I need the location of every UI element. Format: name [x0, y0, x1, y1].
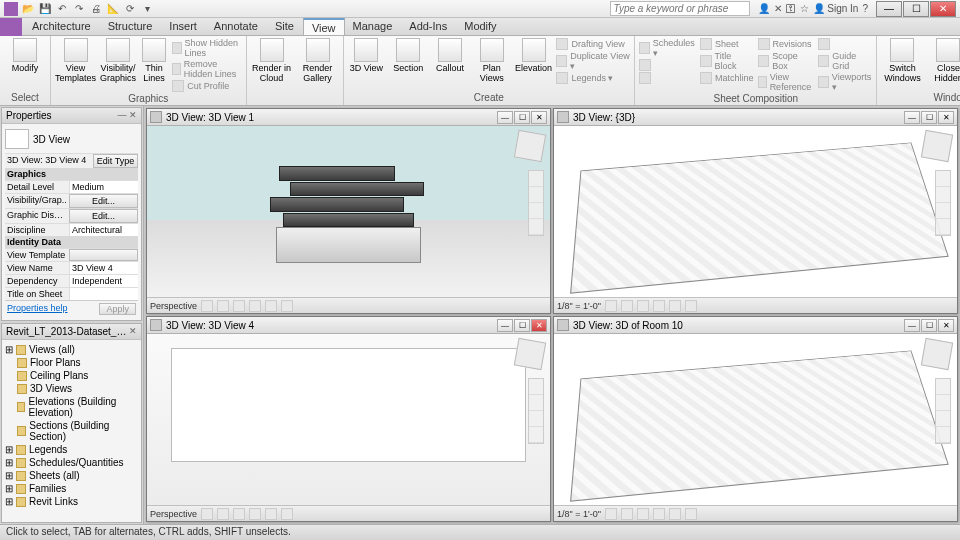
elevation[interactable]: Elevation [515, 38, 553, 73]
hide-icon[interactable] [685, 508, 697, 520]
property-value[interactable]: Architectural [69, 224, 138, 236]
tab-site[interactable]: Site [267, 18, 303, 35]
tree-item[interactable]: ⊞ Revit Links [5, 495, 138, 508]
property-value[interactable]: Medium [69, 181, 138, 193]
property-value[interactable]: Edit... [69, 209, 138, 223]
view-canvas[interactable] [147, 334, 550, 505]
tree-item[interactable]: Elevations (Building Elevation) [5, 395, 138, 419]
detail-level-icon[interactable] [201, 300, 213, 312]
apply-button[interactable]: Apply [99, 303, 136, 315]
property-value[interactable] [69, 249, 138, 261]
tab-add-ins[interactable]: Add-Ins [401, 18, 456, 35]
ribbon-small-item[interactable]: Legends ▾ [556, 72, 630, 84]
viewcube[interactable] [514, 338, 546, 370]
open-icon[interactable]: 📂 [21, 2, 35, 16]
visual-style-icon[interactable] [621, 300, 633, 312]
ribbon-small-item[interactable]: Viewports ▾ [818, 72, 872, 92]
property-value[interactable]: Independent [69, 275, 138, 287]
view-scale[interactable]: 1/8" = 1'-0" [557, 509, 601, 519]
properties-help-link[interactable]: Properties help [7, 303, 68, 315]
undo-icon[interactable]: ↶ [55, 2, 69, 16]
minimize-button[interactable]: — [876, 1, 902, 17]
visibility-graphics[interactable]: Visibility/ Graphics [100, 38, 136, 83]
maximize-button[interactable]: ☐ [903, 1, 929, 17]
navigation-bar[interactable] [528, 378, 544, 444]
shadows-icon[interactable] [249, 508, 261, 520]
favorite-icon[interactable]: ☆ [800, 3, 809, 14]
render-cloud[interactable]: Render in Cloud [251, 38, 293, 83]
view-canvas[interactable] [554, 334, 957, 505]
view-canvas[interactable] [554, 126, 957, 297]
detail-level-icon[interactable] [201, 508, 213, 520]
detail-level-icon[interactable] [605, 508, 617, 520]
ribbon-small-item[interactable]: Title Block [700, 51, 754, 71]
ribbon-small-item[interactable]: Revisions [758, 38, 815, 50]
dropdown-icon[interactable]: ▾ [140, 2, 154, 16]
shadows-icon[interactable] [653, 300, 665, 312]
close-hidden[interactable]: Close Hidden [927, 38, 960, 83]
render-gallery[interactable]: Render Gallery [297, 38, 339, 83]
tree-item[interactable]: ⊞ Views (all) [5, 343, 138, 356]
view-titlebar[interactable]: 3D View: 3D of Room 10—☐✕ [554, 317, 957, 334]
view-maximize-button[interactable]: ☐ [514, 319, 530, 332]
view-titlebar[interactable]: 3D View: 3D View 1—☐✕ [147, 109, 550, 126]
sun-path-icon[interactable] [637, 300, 649, 312]
signin-button[interactable]: 👤 Sign In [813, 3, 859, 14]
ribbon-small-item[interactable]: Duplicate View ▾ [556, 51, 630, 71]
palette-close-icon[interactable]: ✕ [129, 326, 137, 337]
crop-icon[interactable] [669, 508, 681, 520]
view-close-button[interactable]: ✕ [938, 319, 954, 332]
tree-item[interactable]: ⊞ Families [5, 482, 138, 495]
ribbon-small-item[interactable]: Show Hidden Lines [172, 38, 241, 58]
switch-windows[interactable]: Switch Windows [881, 38, 923, 83]
tab-manage[interactable]: Manage [345, 18, 402, 35]
view-scale[interactable]: Perspective [150, 509, 197, 519]
close-button[interactable]: ✕ [930, 1, 956, 17]
tab-architecture[interactable]: Architecture [24, 18, 100, 35]
view-titlebar[interactable]: 3D View: 3D View 4—☐✕ [147, 317, 550, 334]
visual-style-icon[interactable] [217, 300, 229, 312]
ribbon-small-item[interactable]: Sheet [700, 38, 754, 50]
tab-insert[interactable]: Insert [161, 18, 206, 35]
property-value[interactable]: Edit... [69, 194, 138, 208]
tree-item[interactable]: Ceiling Plans [5, 369, 138, 382]
plan-views[interactable]: Plan Views [473, 38, 511, 83]
3d-view[interactable]: 3D View [348, 38, 386, 73]
help-icon[interactable]: ? [862, 3, 868, 14]
crop-icon[interactable] [265, 508, 277, 520]
hide-icon[interactable] [281, 508, 293, 520]
type-selector[interactable]: 3D View: 3D View 4 [5, 154, 93, 168]
tree-item[interactable]: ⊞ Legends [5, 443, 138, 456]
tab-modify[interactable]: Modify [456, 18, 505, 35]
hide-icon[interactable] [281, 300, 293, 312]
search-input[interactable] [610, 1, 750, 16]
tree-item[interactable]: Floor Plans [5, 356, 138, 369]
tree-item[interactable]: 3D Views [5, 382, 138, 395]
view-minimize-button[interactable]: — [497, 111, 513, 124]
property-value[interactable]: 3D View 4 [69, 262, 138, 274]
view-close-button[interactable]: ✕ [531, 319, 547, 332]
hide-icon[interactable] [685, 300, 697, 312]
print-icon[interactable]: 🖨 [89, 2, 103, 16]
crop-icon[interactable] [669, 300, 681, 312]
view-maximize-button[interactable]: ☐ [514, 111, 530, 124]
modify-tool[interactable]: Modify [4, 38, 46, 73]
view-templates[interactable]: View Templates [55, 38, 96, 83]
shadows-icon[interactable] [249, 300, 261, 312]
view-scale[interactable]: 1/8" = 1'-0" [557, 301, 601, 311]
property-value[interactable] [69, 288, 138, 300]
section[interactable]: Section [389, 38, 427, 73]
visual-style-icon[interactable] [217, 508, 229, 520]
viewcube[interactable] [921, 338, 953, 370]
sun-path-icon[interactable] [637, 508, 649, 520]
key-icon[interactable]: ⚿ [786, 3, 796, 14]
ribbon-small-item[interactable]: Cut Profile [172, 80, 241, 92]
shadows-icon[interactable] [653, 508, 665, 520]
save-icon[interactable]: 💾 [38, 2, 52, 16]
visual-style-icon[interactable] [621, 508, 633, 520]
tree-item[interactable]: ⊞ Sheets (all) [5, 469, 138, 482]
sync-icon[interactable]: ⟳ [123, 2, 137, 16]
crop-icon[interactable] [265, 300, 277, 312]
navigation-bar[interactable] [528, 170, 544, 236]
view-close-button[interactable]: ✕ [531, 111, 547, 124]
